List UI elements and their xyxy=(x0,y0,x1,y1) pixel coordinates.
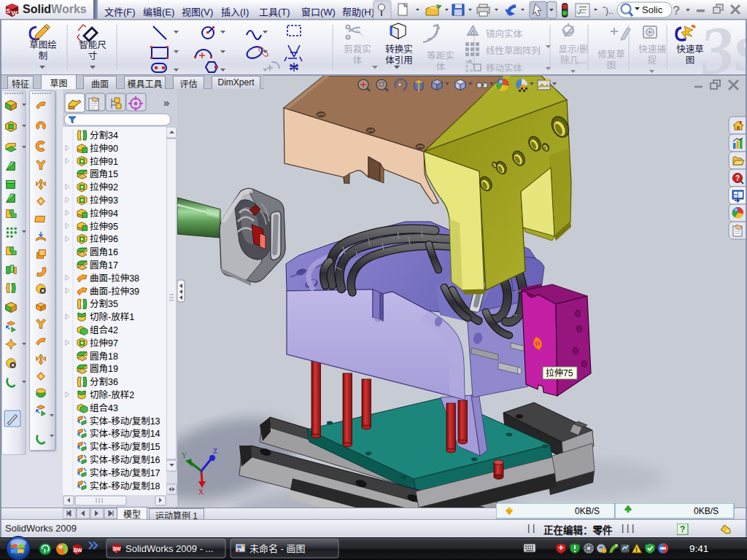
svg-text:实体-移动/复制16: 实体-移动/复制16 xyxy=(90,454,160,465)
svg-text:实体-移动/复制14: 实体-移动/复制14 xyxy=(90,428,160,439)
svg-text:9:41: 9:41 xyxy=(689,543,708,554)
svg-text:组合43: 组合43 xyxy=(90,402,118,413)
svg-text:?: ? xyxy=(680,524,685,534)
svg-text:Y: Y xyxy=(182,451,187,459)
svg-text:X: X xyxy=(198,488,204,496)
svg-text:圆角16: 圆角16 xyxy=(90,247,118,257)
svg-text:Z: Z xyxy=(213,447,217,455)
svg-text:»: » xyxy=(163,96,169,109)
svg-text:拉伸96: 拉伸96 xyxy=(90,233,118,244)
svg-text:SW: SW xyxy=(113,546,121,551)
svg-text:分割35: 分割35 xyxy=(90,298,118,309)
svg-text:圆角17: 圆角17 xyxy=(90,260,118,271)
svg-text:ˇ)..: ˇ).. xyxy=(603,6,614,16)
svg-text:Solic: Solic xyxy=(642,4,663,15)
svg-text:实体-移动/复制18: 实体-移动/复制18 xyxy=(90,481,160,491)
svg-text:实体-移动/复制17: 实体-移动/复制17 xyxy=(90,467,160,478)
svg-text:0KB/S: 0KB/S xyxy=(575,506,600,516)
svg-text:实体-移动/复制15: 实体-移动/复制15 xyxy=(90,441,160,452)
svg-text:圆角15: 圆角15 xyxy=(90,169,118,179)
svg-text:W: W xyxy=(12,9,18,17)
svg-text:组合42: 组合42 xyxy=(90,324,118,335)
svg-text:拉伸91: 拉伸91 xyxy=(90,156,118,167)
svg-text:S: S xyxy=(6,7,10,15)
svg-text:曲面-拉伸39: 曲面-拉伸39 xyxy=(90,286,139,297)
svg-text:圆角18: 圆角18 xyxy=(90,351,118,362)
svg-text:拉伸75: 拉伸75 xyxy=(546,368,573,378)
svg-text:拉伸94: 拉伸94 xyxy=(90,208,118,219)
svg-text:拉伸97: 拉伸97 xyxy=(90,338,118,349)
svg-text:SW: SW xyxy=(74,548,82,553)
svg-text:拉伸95: 拉伸95 xyxy=(90,221,118,232)
svg-text:未命名 - 画图: 未命名 - 画图 xyxy=(249,543,306,554)
svg-text:0KB/S: 0KB/S xyxy=(694,506,719,516)
svg-text:?: ? xyxy=(673,4,680,18)
svg-text:拉伸90: 拉伸90 xyxy=(90,143,118,154)
svg-text:!: ! xyxy=(635,546,638,553)
svg-text:切除-放样1: 切除-放样1 xyxy=(90,311,134,322)
svg-text:拉伸92: 拉伸92 xyxy=(90,182,118,192)
svg-text:圆角19: 圆角19 xyxy=(90,364,118,374)
svg-text:拉伸93: 拉伸93 xyxy=(90,195,118,206)
svg-text:SolidWorks 2009 - ...: SolidWorks 2009 - ... xyxy=(125,543,213,554)
svg-text:实体-移动/复制13: 实体-移动/复制13 xyxy=(90,416,160,427)
svg-text:切除-放样2: 切除-放样2 xyxy=(90,389,134,400)
svg-text:分割34: 分割34 xyxy=(90,130,118,141)
svg-text:?: ? xyxy=(735,174,740,182)
svg-text:曲面-拉伸38: 曲面-拉伸38 xyxy=(90,273,139,284)
svg-text:分割36: 分割36 xyxy=(90,376,118,387)
